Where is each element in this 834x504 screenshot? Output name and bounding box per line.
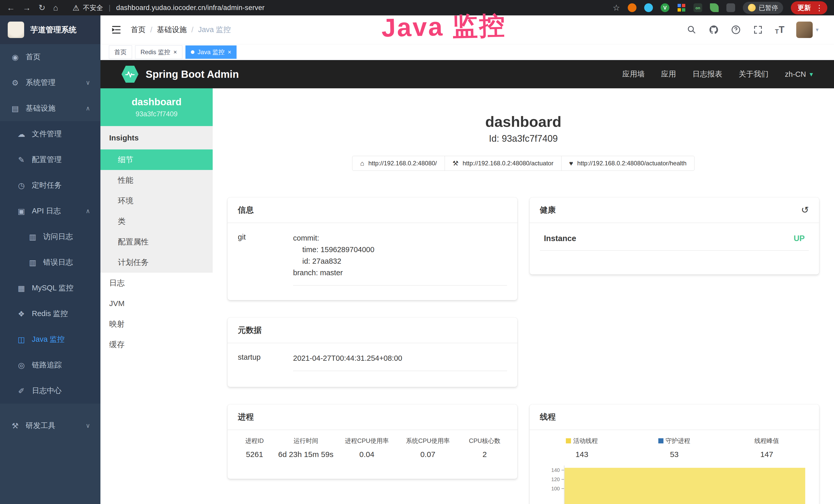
help-icon[interactable]	[731, 25, 741, 35]
search-icon[interactable]	[686, 25, 697, 35]
locale-selector[interactable]: zh-CN ▾	[785, 70, 813, 78]
breadcrumb-home[interactable]: 首页	[131, 25, 146, 35]
sba-nav-applications[interactable]: 应用	[661, 69, 676, 79]
wrench-icon: ⚒	[453, 159, 459, 167]
sba-item-logs[interactable]: 日志	[101, 273, 213, 293]
sba-nav-wallboard[interactable]: 应用墙	[622, 69, 645, 79]
sba-nav-journal[interactable]: 日志报表	[693, 69, 722, 79]
extension-icon-4[interactable]	[677, 3, 686, 12]
sidebar-item-infrastructure[interactable]: ▤ 基础设施 ∧	[0, 95, 101, 121]
info-value: commit: time: 1596289704000 id: 27aa832 …	[293, 232, 507, 285]
profile-avatar-icon	[748, 4, 756, 12]
github-icon[interactable]	[709, 25, 719, 35]
bookmark-star-icon[interactable]: ☆	[613, 4, 620, 12]
sidebar-item-config-management[interactable]: ✎ 配置管理	[0, 147, 101, 173]
fullscreen-icon[interactable]	[753, 25, 763, 35]
sba-brand[interactable]: Spring Boot Admin	[146, 69, 239, 80]
sidebar-item-redis-monitor[interactable]: ❖ Redis 监控	[0, 301, 101, 327]
sidebar-item-label: 系统管理	[26, 77, 56, 88]
user-menu[interactable]: ▾	[796, 22, 818, 38]
metadata-key: startup	[238, 352, 293, 371]
sba-item-scheduled-tasks[interactable]: 计划任务	[101, 252, 213, 273]
sidebar-item-tracing[interactable]: ◎ 链路追踪	[0, 352, 101, 378]
sba-item-metrics[interactable]: 性能	[101, 170, 213, 190]
tab-redis-monitor[interactable]: Redis 监控 ×	[135, 45, 182, 59]
item-label: 缓存	[109, 339, 125, 350]
health-instance-row[interactable]: Instance UP	[540, 232, 809, 251]
item-label: 性能	[118, 175, 133, 186]
process-col-pid: 进程ID 5261	[234, 437, 275, 459]
sidebar-item-label: Java 监控	[32, 334, 64, 345]
sba-item-caches[interactable]: 缓存	[101, 334, 213, 355]
browser-home-icon[interactable]: ⌂	[53, 4, 58, 12]
col-value: 5261	[236, 450, 273, 459]
cards-grid: 信息 git commit: time: 1596289704000 id: 2	[227, 198, 819, 504]
chrome-update-button[interactable]: 更新 ⋮	[791, 1, 827, 15]
metadata-row-startup: startup 2021-04-27T00:44:31.254+08:00	[238, 352, 507, 371]
link-text: http://192.168.0.2:48080/actuator/health	[577, 160, 686, 167]
sidebar-item-home[interactable]: ◉ 首页	[0, 44, 101, 70]
sidebar-item-dev-tools[interactable]: ⚒ 研发工具 ∨	[0, 413, 101, 438]
card-title: 线程	[540, 412, 556, 422]
instance-id-line: Id: 93a3fc7f7409	[227, 133, 819, 144]
col-value: 6d 23h 15m 59s	[278, 450, 334, 459]
info-card-header: 信息	[227, 198, 517, 223]
sidebar-item-log-center[interactable]: ✐ 日志中心	[0, 378, 101, 404]
history-icon[interactable]: ↺	[801, 205, 809, 215]
extension-icon-7[interactable]	[726, 3, 735, 12]
stat-daemon-threads: 守护进程 53	[628, 437, 721, 459]
browser-chrome: ← → ↻ ⌂ ⚠ 不安全 | dashboard.yudao.iocoder.…	[0, 0, 834, 16]
extension-icon-1[interactable]	[628, 3, 636, 12]
forward-icon[interactable]: →	[23, 4, 31, 12]
instance-header[interactable]: dashboard 93a3fc7f7409	[101, 88, 213, 126]
active-dot	[191, 50, 194, 54]
sidebar-item-system[interactable]: ⚙ 系统管理 ∨	[0, 70, 101, 95]
breadcrumb-infrastructure[interactable]: 基础设施	[157, 25, 187, 35]
sidebar-item-access-logs[interactable]: ▥ 访问日志	[0, 224, 101, 250]
close-icon[interactable]: ×	[173, 49, 177, 55]
tab-java-monitor[interactable]: Java 监控 ×	[185, 45, 237, 59]
address-bar[interactable]: ⚠ 不安全 | dashboard.yudao.iocoder.cn/infra…	[72, 3, 265, 12]
col-value: 0.04	[338, 450, 395, 459]
sba-item-config-props[interactable]: 配置属性	[101, 232, 213, 252]
sidebar-item-file-management[interactable]: ☁ 文件管理	[0, 121, 101, 147]
sidebar-item-label: API 日志	[32, 206, 61, 216]
sba-item-mappings[interactable]: 映射	[101, 314, 213, 334]
sba-item-classes[interactable]: 类	[101, 211, 213, 232]
health-card: 健康 ↺ Instance UP	[530, 198, 819, 274]
col-value: 0.07	[399, 450, 456, 459]
health-url-button[interactable]: ♥ http://192.168.0.2:48080/actuator/heal…	[561, 156, 695, 171]
sba-sidebar: dashboard 93a3fc7f7409 Insights 细节 性能 环境…	[101, 88, 213, 504]
process-col-process-cpu: 进程CPU使用率 0.04	[336, 437, 397, 459]
font-size-icon[interactable]: TT	[775, 24, 785, 35]
service-url-button[interactable]: ⌂ http://192.168.0.2:48080/	[352, 156, 445, 171]
chrome-menu-icon[interactable]: ⋮	[815, 3, 823, 12]
reload-icon[interactable]: ↻	[39, 4, 45, 12]
extension-icon-3[interactable]: V	[661, 3, 670, 12]
extension-icon-2[interactable]	[644, 3, 653, 12]
tab-home[interactable]: 首页	[109, 45, 132, 59]
actuator-url-button[interactable]: ⚒ http://192.168.0.2:48080/actuator	[445, 156, 562, 171]
extension-icon-5[interactable]: on	[694, 3, 702, 12]
sidebar-item-scheduled-tasks[interactable]: ◷ 定时任务	[0, 173, 101, 198]
app-header: 首页 / 基础设施 / Java 监控	[101, 16, 834, 44]
menu-fold-icon[interactable]	[111, 24, 122, 36]
threads-chart: 140 120 100	[536, 465, 813, 504]
sidebar-item-label: 错误日志	[43, 257, 73, 268]
security-label: 不安全	[83, 3, 103, 12]
back-icon[interactable]: ←	[7, 4, 15, 12]
sba-nav-about[interactable]: 关于我们	[739, 69, 768, 79]
extension-icon-6[interactable]	[710, 3, 719, 12]
profile-paused-badge[interactable]: 已暂停	[743, 2, 783, 14]
sidebar-item-mysql-monitor[interactable]: ▦ MySQL 监控	[0, 275, 101, 301]
sba-item-environment[interactable]: 环境	[101, 190, 213, 211]
card-title: 健康	[540, 205, 556, 215]
sba-item-details[interactable]: 细节	[101, 150, 213, 170]
close-icon[interactable]: ×	[227, 49, 231, 55]
app-logo-row[interactable]: 芋道管理系统	[0, 16, 101, 44]
url-text[interactable]: dashboard.yudao.iocoder.cn/infra/admin-s…	[116, 4, 265, 12]
sidebar-item-api-logs[interactable]: ▣ API 日志 ∧	[0, 198, 101, 224]
sba-item-jvm[interactable]: JVM	[101, 293, 213, 314]
sidebar-item-java-monitor[interactable]: ◫ Java 监控	[0, 327, 101, 352]
sidebar-item-error-logs[interactable]: ▥ 错误日志	[0, 250, 101, 275]
